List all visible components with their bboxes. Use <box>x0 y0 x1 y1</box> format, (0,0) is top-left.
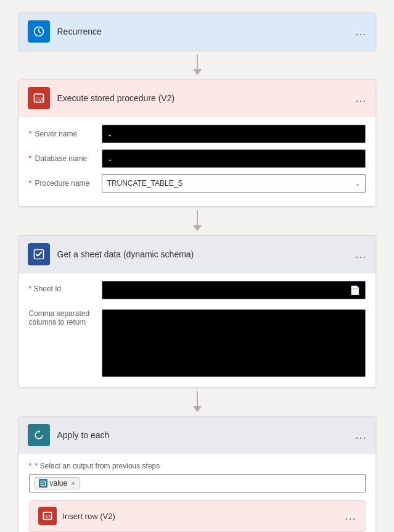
procedure-input[interactable]: TRUNCATE_TABLE_S ⌄ <box>102 174 366 193</box>
procedure-chevron: ⌄ <box>355 180 360 187</box>
sheet-id-input[interactable]: 📄 <box>102 281 366 299</box>
get-sheet-menu[interactable]: ... <box>355 248 366 261</box>
get-sheet-card: Get a sheet data (dynamic schema) ... * … <box>18 235 376 388</box>
database-chevron: ⌄ <box>107 156 112 162</box>
arrow-2 <box>193 207 202 235</box>
insert-row-header[interactable]: SQL Insert row (V2) ... <box>30 501 365 531</box>
get-sheet-header[interactable]: Get a sheet data (dynamic schema) ... <box>19 236 376 273</box>
insert-row-card: SQL Insert row (V2) ... <box>29 500 366 532</box>
server-field-row: * Server name ⌄ <box>29 125 366 143</box>
server-chevron: ⌄ <box>107 131 112 138</box>
tag-input[interactable]: value × <box>29 474 366 493</box>
sheet-svg <box>33 248 45 260</box>
recurrence-icon <box>28 20 50 43</box>
get-sheet-icon <box>28 243 50 265</box>
arrow-line-3 <box>197 391 198 406</box>
arrow-3 <box>193 388 202 416</box>
clock-svg <box>33 25 45 38</box>
database-input[interactable]: ⌄ <box>102 149 366 168</box>
procedure-field-row: * Procedure name TRUNCATE_TABLE_S ⌄ <box>29 174 366 193</box>
arrow-line-1 <box>197 54 198 69</box>
arrow-head-1 <box>193 69 202 75</box>
recurrence-menu[interactable]: ... <box>355 25 366 38</box>
recurrence-title: Recurrence <box>57 27 348 36</box>
procedure-label: * Procedure name <box>29 179 97 188</box>
execute-sp-title: Execute stored procedure (V2) <box>57 93 348 103</box>
columns-textarea[interactable] <box>102 309 366 377</box>
get-sheet-title: Get a sheet data (dynamic schema) <box>57 249 348 259</box>
apply-each-body: * * Select an output from previous steps… <box>19 454 376 532</box>
apply-each-menu[interactable]: ... <box>355 429 366 442</box>
apply-each-icon <box>28 424 50 446</box>
sheet-id-row: * Sheet Id 📄 <box>29 281 366 299</box>
tag-label: value <box>50 479 68 488</box>
columns-label: Comma separated columns to return <box>29 305 97 326</box>
svg-text:SQL: SQL <box>35 96 44 102</box>
insert-row-menu[interactable]: ... <box>345 510 356 523</box>
server-input[interactable]: ⌄ <box>102 125 366 143</box>
sql-svg: SQL <box>33 92 45 104</box>
execute-sp-body: * Server name ⌄ * Database name ⌄ * Proc… <box>19 117 376 206</box>
procedure-value: TRUNCATE_TABLE_S <box>107 179 183 188</box>
database-field-row: * Database name ⌄ <box>29 149 366 168</box>
insert-sql-svg: SQL <box>42 510 53 522</box>
columns-textarea-area <box>102 305 366 377</box>
recurrence-card: Recurrence ... <box>18 12 376 51</box>
select-output-label: * * Select an output from previous steps <box>29 462 366 470</box>
flow-container: Recurrence ... SQL Execute stored proced… <box>12 12 382 532</box>
columns-row: Comma separated columns to return <box>29 305 366 377</box>
apply-each-header[interactable]: Apply to each ... <box>19 417 376 454</box>
apply-each-title: Apply to each <box>57 430 348 440</box>
apply-each-card: Apply to each ... * * Select an output f… <box>18 416 376 532</box>
insert-row-title: Insert row (V2) <box>63 512 339 521</box>
arrow-line-2 <box>197 210 198 225</box>
loop-svg <box>33 429 45 441</box>
tag-close[interactable]: × <box>71 480 75 487</box>
value-tag: value × <box>35 477 80 489</box>
execute-sp-card: SQL Execute stored procedure (V2) ... * … <box>18 79 376 207</box>
tag-sheet-svg <box>40 480 46 486</box>
server-label: * Server name <box>29 130 97 138</box>
arrow-1 <box>193 51 202 79</box>
svg-text:SQL: SQL <box>44 515 52 520</box>
arrow-head-3 <box>193 406 202 412</box>
execute-sp-header[interactable]: SQL Execute stored procedure (V2) ... <box>19 80 376 117</box>
tag-icon <box>39 479 47 488</box>
recurrence-header[interactable]: Recurrence ... <box>19 13 376 50</box>
arrow-head-2 <box>193 225 202 231</box>
folder-icon: 📄 <box>350 285 360 295</box>
database-label: * Database name <box>29 154 97 163</box>
execute-sp-icon: SQL <box>28 87 50 109</box>
execute-sp-menu[interactable]: ... <box>355 92 366 105</box>
sheet-id-label: * Sheet Id <box>29 281 97 293</box>
insert-row-icon: SQL <box>38 507 57 525</box>
get-sheet-body: * Sheet Id 📄 Comma separated columns to … <box>19 273 376 387</box>
